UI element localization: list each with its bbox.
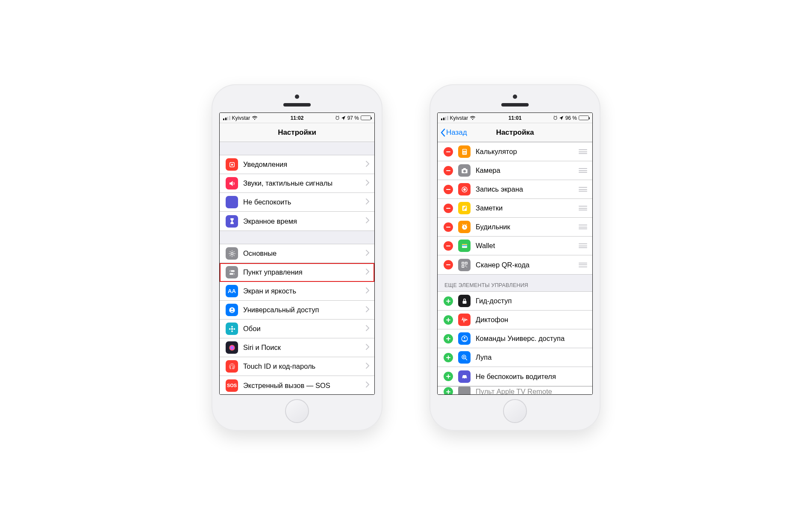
drag-handle-icon[interactable] (579, 225, 587, 229)
remove-button[interactable] (444, 204, 453, 213)
location-icon (341, 116, 346, 120)
speaker-grille (283, 103, 311, 107)
cc-row-voice[interactable]: Диктофон (438, 311, 592, 329)
drag-handle-icon[interactable] (579, 243, 587, 248)
svg-point-9 (231, 308, 233, 310)
settings-row-general[interactable]: Основные (220, 244, 374, 263)
settings-row-sos[interactable]: SOSЭкстренный вызов — SOS (220, 376, 374, 394)
svg-rect-37 (462, 266, 464, 268)
settings-row-siri[interactable]: Siri и Поиск (220, 338, 374, 357)
row-label: Основные (243, 249, 361, 258)
svg-point-23 (464, 153, 465, 154)
chevron-right-icon (366, 198, 369, 206)
cc-row-qr[interactable]: Сканер QR-кода (438, 255, 592, 274)
siri-icon (226, 341, 238, 354)
notifications-icon (226, 158, 238, 171)
section-header-more: ЕЩЕ ЭЛЕМЕНТЫ УПРАВЛЕНИЯ (438, 275, 592, 291)
wifi-icon (470, 116, 476, 120)
alarm-icon (553, 115, 558, 120)
cc-row-calculator[interactable]: Калькулятор (438, 142, 592, 161)
screentime-icon (226, 215, 238, 228)
svg-point-3 (231, 252, 233, 255)
chevron-right-icon (366, 250, 369, 258)
settings-row-sounds[interactable]: Звуки, тактильные сигналы (220, 174, 374, 193)
svg-point-2 (231, 163, 233, 166)
settings-row-notifications[interactable]: Уведомления (220, 155, 374, 174)
add-icon (444, 387, 453, 395)
status-bar: Kyivstar 11:01 96 % (438, 113, 592, 123)
notes-icon (458, 202, 471, 214)
chevron-right-icon (366, 269, 369, 276)
remove-button[interactable] (444, 147, 453, 157)
screen-left: Kyivstar 11:02 97 % Настройки Уведомлени… (219, 112, 375, 395)
svg-rect-38 (465, 266, 466, 266)
row-label: Wallet (476, 242, 574, 250)
drag-handle-icon[interactable] (579, 263, 587, 267)
row-label: Гид-доступ (476, 297, 587, 305)
row-label: Обои (243, 325, 361, 333)
svg-point-24 (465, 153, 466, 154)
home-button[interactable] (503, 399, 527, 423)
drag-handle-icon[interactable] (579, 187, 587, 192)
row-label: Не беспокоить водителя (476, 373, 587, 381)
add-button[interactable] (444, 296, 453, 306)
svg-point-13 (229, 328, 230, 330)
cc-row-alarm[interactable]: Будильник (438, 218, 592, 237)
voice-icon (458, 314, 471, 326)
chevron-right-icon (366, 382, 369, 389)
svg-point-14 (233, 328, 235, 330)
svg-point-19 (463, 151, 464, 152)
chevron-right-icon (366, 217, 369, 225)
row-label: Запись экрана (476, 185, 574, 193)
cc-row-shortcuts[interactable]: Команды Универс. доступа (438, 329, 592, 348)
signal-icon (441, 116, 448, 120)
settings-list[interactable]: УведомленияЗвуки, тактильные сигналыНе б… (220, 142, 374, 394)
svg-rect-36 (465, 262, 467, 264)
remove-button[interactable] (444, 222, 453, 232)
svg-point-21 (465, 151, 466, 152)
remove-button[interactable] (444, 260, 453, 269)
svg-point-0 (335, 116, 338, 119)
drag-handle-icon[interactable] (579, 149, 587, 154)
control-center-list[interactable]: КалькуляторКамераЗапись экранаЗаметкиБуд… (438, 142, 592, 394)
accessibility-icon (226, 304, 238, 316)
remove-button[interactable] (444, 241, 453, 251)
row-label: Заметки (476, 204, 574, 212)
chevron-right-icon (366, 344, 369, 352)
carrier-label: Kyivstar (232, 115, 250, 121)
cc-row-dnd-drive[interactable]: Не беспокоить водителя (438, 367, 592, 386)
drag-handle-icon[interactable] (579, 168, 587, 173)
settings-row-touchid[interactable]: Touch ID и код-пароль (220, 357, 374, 376)
alarm-icon (335, 115, 340, 120)
sensor-dot (295, 95, 299, 99)
add-button[interactable] (444, 315, 453, 325)
settings-row-wallpaper[interactable]: Обои (220, 320, 374, 338)
back-button[interactable]: Назад (440, 128, 467, 137)
add-button[interactable] (444, 353, 453, 362)
remove-button[interactable] (444, 185, 453, 194)
svg-point-10 (231, 328, 233, 330)
cc-row-notes[interactable]: Заметки (438, 199, 592, 218)
cc-row-screenrec[interactable]: Запись экрана (438, 180, 592, 199)
cc-row-magnifier[interactable]: Лупа (438, 348, 592, 367)
add-button[interactable] (444, 334, 453, 343)
svg-point-16 (553, 116, 556, 119)
settings-row-screentime[interactable]: Экранное время (220, 212, 374, 231)
settings-row-control-center[interactable]: Пункт управления (220, 263, 374, 282)
shortcuts-icon (458, 332, 471, 345)
drag-handle-icon[interactable] (579, 206, 587, 210)
cc-row-camera[interactable]: Камера (438, 161, 592, 180)
settings-row-dnd[interactable]: Не беспокоить (220, 193, 374, 212)
settings-row-accessibility[interactable]: Универсальный доступ (220, 301, 374, 320)
general-icon (226, 247, 238, 260)
home-button[interactable] (285, 399, 309, 423)
dnd-icon (226, 196, 238, 208)
cc-row-wallet[interactable]: Wallet (438, 237, 592, 255)
chevron-right-icon (366, 287, 369, 295)
cc-row-guided[interactable]: Гид-доступ (438, 292, 592, 311)
nav-header: Настройки (220, 123, 374, 142)
settings-row-display[interactable]: AAЭкран и яркость (220, 282, 374, 301)
phone-right: Kyivstar 11:01 96 % Назад Настройка Каль… (430, 84, 600, 431)
remove-button[interactable] (444, 166, 453, 175)
add-button[interactable] (444, 372, 453, 381)
